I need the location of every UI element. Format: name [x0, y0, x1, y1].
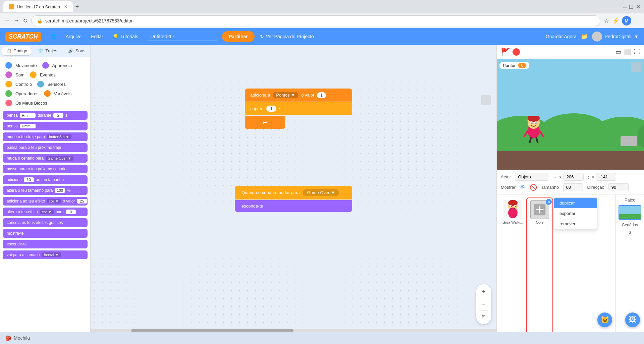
- nav-editar[interactable]: Editar: [87, 32, 107, 41]
- block-altera-tamanho[interactable]: altera o teu tamanho para 100 %: [3, 186, 88, 195]
- tab-close-button[interactable]: ✕: [64, 4, 67, 9]
- y-input[interactable]: [596, 173, 616, 181]
- code-scrollbar-thumb[interactable]: [131, 329, 293, 332]
- left-panel: 📋 Código 👕 Trajes 🔊 Sons Movimento: [0, 45, 91, 344]
- actor-name-input[interactable]: [515, 173, 548, 181]
- block-muda-cenario[interactable]: muda o cenário para Game Over ▼: [3, 154, 88, 163]
- block-esconde-te-editor[interactable]: esconde-te: [235, 200, 352, 212]
- extensions-icon[interactable]: ⚡: [612, 17, 619, 24]
- nav-arquivo[interactable]: Arquivo: [62, 32, 86, 41]
- block-espera[interactable]: espera 1 s: [245, 102, 352, 115]
- valor-input[interactable]: 1: [317, 92, 326, 98]
- maximize-icon[interactable]: □: [629, 3, 633, 10]
- browser-user-icon[interactable]: M: [622, 16, 631, 25]
- x-input[interactable]: [564, 173, 584, 181]
- category-sensores[interactable]: Sensores: [35, 79, 68, 89]
- new-tab-button[interactable]: +: [73, 3, 82, 10]
- pontos-dropdown[interactable]: Pontos ▼: [273, 92, 299, 98]
- partilhar-button[interactable]: Partilhar: [222, 31, 255, 42]
- direcao-input[interactable]: [608, 183, 629, 191]
- category-som[interactable]: Som: [3, 70, 27, 79]
- sprite-objeto[interactable]: ✕ Obje: [526, 197, 553, 341]
- green-flag-button[interactable]: 🚩: [501, 48, 510, 56]
- tamanho-input[interactable]: [563, 183, 583, 191]
- address-bar[interactable]: 🔒 scratch.mit.edu/projects/521787533/edi…: [31, 15, 600, 26]
- controlo-dot: [5, 81, 12, 88]
- tab-bar: Untitled-17 on Scratch ✕ +: [3, 0, 82, 13]
- forward-button[interactable]: →: [13, 17, 19, 24]
- block-vai-camada[interactable]: vai para a camada frontal ▼: [3, 250, 88, 259]
- project-title-input[interactable]: [148, 32, 217, 41]
- mochila-bar[interactable]: 🎒 Mochila: [0, 332, 644, 344]
- block-proximo-traje[interactable]: passa para o teu próximo traje: [3, 143, 88, 152]
- pontos-badge: Pontos 0: [499, 62, 529, 69]
- gameover-dropdown[interactable]: Game Over ▼: [303, 189, 339, 196]
- sprite-giga-walking[interactable]: Giga Walki...: [499, 197, 526, 341]
- movimento-dot: [5, 62, 12, 69]
- actor-label: Actor: [501, 174, 511, 179]
- block-cancela-efeitos[interactable]: cancela os teus efeitos gráficos: [3, 218, 88, 227]
- category-operadores[interactable]: Operadores: [3, 89, 41, 98]
- ver-pagina-button[interactable]: ↻ Ver Página do Projecto: [260, 34, 314, 39]
- block-altera-efeito[interactable]: altera o teu efeito cor ▼ para 0: [3, 208, 88, 216]
- block-adiciona-tamanho[interactable]: adiciona 10 ao teu tamanho: [3, 175, 88, 184]
- minimize-icon[interactable]: –: [623, 3, 627, 10]
- stage-fullscreen-icon[interactable]: ⛶: [634, 48, 640, 56]
- palco-thumb[interactable]: [619, 205, 641, 220]
- guardar-agora-button[interactable]: Guardar Agora: [546, 34, 577, 39]
- user-profile[interactable]: PedroDigitali ▼: [592, 32, 639, 42]
- stop-button[interactable]: [513, 48, 520, 56]
- actor-info: Actor ↔ x ↕ y Mostrar 👁 🚫 Tamanho: [497, 170, 644, 195]
- block-pensa-durante[interactable]: pensa Hmm... durante 2 s: [3, 111, 88, 120]
- hide-eye-button[interactable]: 🚫: [530, 184, 537, 191]
- folder-icon[interactable]: 📁: [581, 33, 588, 40]
- stage-medium-icon[interactable]: ⬜: [624, 48, 631, 56]
- zoom-out-button[interactable]: −: [479, 299, 488, 309]
- block-adiciona-efeito[interactable]: adiciona ao teu efeito cor ▼ o valor 25: [3, 197, 88, 206]
- reload-button[interactable]: ↻: [23, 17, 28, 24]
- category-aparencia[interactable]: Aparência: [40, 61, 75, 70]
- profile-chevron-icon: ▼: [634, 34, 639, 39]
- back-button[interactable]: ←: [4, 17, 10, 24]
- active-tab[interactable]: Untitled-17 on Scratch ✕: [3, 1, 73, 12]
- block-esconde-te[interactable]: esconde-te: [3, 240, 88, 248]
- block-loop-arrow[interactable]: ↩: [245, 116, 285, 129]
- tab-sons[interactable]: 🔊 Sons: [63, 46, 90, 55]
- operadores-dot: [5, 90, 12, 97]
- category-variaveis[interactable]: Variáveis: [41, 89, 74, 98]
- block-adiciona-pontos[interactable]: adiciona a Pontos ▼ o valor 1: [245, 89, 352, 102]
- tab-trajes[interactable]: 👕 Trajes: [33, 46, 62, 55]
- block-quando-cenario[interactable]: Quando o cenário mudar para Game Over ▼: [235, 186, 352, 199]
- espera-input[interactable]: 1: [266, 106, 277, 112]
- add-sprite-button[interactable]: 🐱: [597, 312, 612, 327]
- context-menu-remover[interactable]: remover: [554, 219, 597, 229]
- show-eye-button[interactable]: 👁: [520, 184, 526, 191]
- block-proximo-cenario[interactable]: passa para o teu próximo cenário: [3, 165, 88, 173]
- context-menu-duplicar[interactable]: duplicar: [554, 198, 597, 208]
- block-muda-traje[interactable]: muda o teu traje para button3-b ▼: [3, 132, 88, 141]
- scratch-logo[interactable]: SCRATCH: [5, 32, 41, 42]
- stage-small-icon[interactable]: ▭: [615, 48, 621, 56]
- sprite-delete-button[interactable]: ✕: [546, 199, 552, 205]
- star-icon[interactable]: ☆: [604, 17, 609, 24]
- block-mostra-te[interactable]: mostra-te: [3, 229, 88, 238]
- block-pensa[interactable]: pensa Hmm...: [3, 122, 88, 130]
- category-eventos[interactable]: Eventos: [27, 70, 58, 79]
- code-scrollbar[interactable]: [91, 329, 496, 332]
- tab-codigo[interactable]: 📋 Código: [1, 46, 32, 55]
- category-meus-blocos[interactable]: Os Meus Blocos: [3, 98, 50, 108]
- zoom-in-button[interactable]: +: [479, 287, 488, 296]
- close-icon[interactable]: ✕: [636, 3, 641, 10]
- y-label: y: [592, 174, 594, 179]
- category-movimento[interactable]: Movimento: [3, 61, 40, 70]
- svg-line-11: [540, 131, 543, 136]
- menu-icon[interactable]: ⋮: [634, 17, 640, 24]
- nav-globe[interactable]: 🌐: [47, 32, 60, 41]
- main-area: 📋 Código 👕 Trajes 🔊 Sons Movimento: [0, 45, 644, 344]
- add-backdrop-button[interactable]: 🖼: [625, 312, 640, 327]
- browser-icons: – □ ✕: [623, 3, 641, 10]
- zoom-fit-button[interactable]: ⊡: [479, 312, 488, 321]
- context-menu-exportar[interactable]: exportar: [554, 208, 597, 219]
- category-controlo[interactable]: Controlo: [3, 79, 35, 89]
- nav-tutorials[interactable]: 💡 Tutorials: [109, 32, 142, 41]
